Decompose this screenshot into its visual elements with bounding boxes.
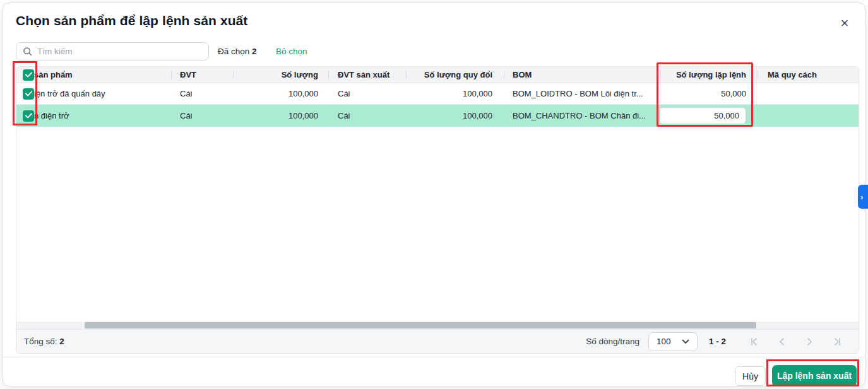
rows-per-page-label: Số dòng/trang [586,337,639,346]
table-empty-area [16,127,859,322]
col-header-converted-quantity: Số lượng quy đổi [406,67,504,83]
total-count: Tổng số: 2 [24,337,64,346]
cell-product: iện trở đã quấn dây [34,83,171,104]
cell-quantity: 100,000 [233,83,328,104]
horizontal-scrollbar [16,322,859,329]
scrollbar-thumb[interactable] [85,322,756,328]
modal-title: Chọn sản phẩm để lập lệnh sản xuất [16,13,247,28]
row-checkbox[interactable] [23,110,34,122]
close-icon[interactable]: × [836,15,853,32]
expand-panel-icon[interactable]: › [858,185,868,209]
col-header-order-quantity: Số lượng lập lệnh [660,67,758,83]
cell-bom: BOM_LOIDTRO - BOM Lõi điện tr... [504,83,660,104]
cell-unit: Cái [171,83,233,104]
check-icon [25,91,32,96]
cell-spec-code [758,83,859,104]
cell-converted-quantity: 100,000 [406,105,504,127]
submit-button[interactable]: Lập lệnh sản xuất [772,365,857,386]
row-checkbox-cell [16,105,34,127]
screen: Chọn sản phẩm để lập lệnh sản xuất × Đã … [0,0,868,389]
table-row[interactable]: iện trở đã quấn dây Cái 100,000 Cái 100,… [16,83,859,105]
search-input[interactable] [37,44,208,59]
last-page-icon[interactable] [823,332,850,351]
cell-spec-code [758,105,859,127]
cell-bom: BOM_CHANDTRO - BOM Chân đi... [504,105,660,127]
chevron-down-icon [682,339,689,344]
select-all-checkbox[interactable] [23,69,34,81]
footer-divider [3,357,865,357]
col-header-unit: ĐVT [171,67,233,83]
search-icon [23,47,32,56]
check-icon [25,113,32,119]
rows-per-page-select[interactable]: 100 [648,332,698,351]
order-quantity-input[interactable] [660,107,746,124]
cell-converted-quantity: 100,000 [406,83,504,104]
first-page-icon[interactable] [741,332,768,351]
table-row-selected[interactable]: n điện trở Cái 100,000 Cái 100,000 BOM_C… [16,105,859,127]
check-icon [25,72,32,78]
col-header-product: sản phẩm [34,67,171,83]
cell-order-quantity: 50,000 [660,83,758,104]
cell-order-quantity-editable [660,105,758,127]
deselect-link[interactable]: Bỏ chọn [276,47,307,56]
cell-unit: Cái [171,105,233,127]
col-header-spec-code: Mã quy cách [758,67,859,83]
cell-production-unit: Cái [328,105,406,127]
cell-production-unit: Cái [328,83,406,104]
col-header-bom: BOM [504,67,660,83]
col-header-quantity: Số lượng [233,67,328,83]
header-select-all-cell [16,67,34,83]
search-box[interactable] [16,42,209,61]
prev-page-icon[interactable] [768,332,795,351]
cancel-button[interactable]: Hủy [735,366,766,386]
row-checkbox[interactable] [23,88,34,100]
col-header-production-unit: ĐVT sản xuất [328,67,406,83]
product-table: sản phẩm ĐVT Số lượng ĐVT sản xuất Số lư… [16,66,859,354]
table-footer: Tổng số: 2 Số dòng/trang 100 1 - 2 [16,329,859,353]
table-header-row: sản phẩm ĐVT Số lượng ĐVT sản xuất Số lư… [16,67,859,83]
selected-count: Đã chọn 2 [218,47,257,56]
cell-product: n điện trở [34,105,171,127]
next-page-icon[interactable] [795,332,823,351]
cell-quantity: 100,000 [233,105,328,127]
page-range: 1 - 2 [709,337,726,346]
row-checkbox-cell [16,83,34,104]
select-product-modal: Chọn sản phẩm để lập lệnh sản xuất × Đã … [3,3,865,386]
